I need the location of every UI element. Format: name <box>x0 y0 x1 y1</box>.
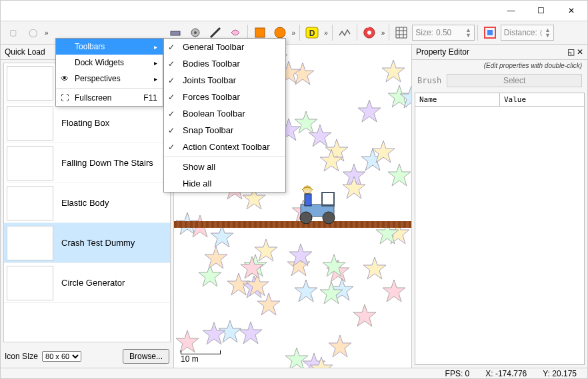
svg-rect-0 <box>171 31 180 35</box>
svg-rect-11 <box>322 192 334 206</box>
scene-item[interactable]: Circle Generator <box>4 263 170 303</box>
toolbar-overflow-3[interactable]: » <box>323 29 329 37</box>
toolbar-overflow-2[interactable]: » <box>291 29 297 37</box>
window-titlebar: — ☐ ✕ <box>1 1 587 21</box>
submenu-toolbar-item[interactable]: ✓Bodies Toolbar <box>164 55 285 72</box>
size-label: Size: <box>415 28 433 37</box>
svg-point-4 <box>275 27 285 38</box>
submenu-item[interactable]: Hide all <box>164 175 285 192</box>
size-field[interactable]: Size: ▲▼ <box>412 25 475 41</box>
svg-point-13 <box>323 212 335 224</box>
scene-thumbnail <box>7 186 53 220</box>
toolbar-overflow-1[interactable]: » <box>43 29 50 37</box>
check-icon: ✓ <box>168 93 175 102</box>
scene-item[interactable]: Falling Down The Stairs <box>4 143 170 183</box>
submenu-toolbar-item[interactable]: ✓Forces Toolbar <box>164 89 285 105</box>
property-col-value: Value <box>500 93 584 106</box>
quick-load-title: Quick Load <box>5 47 45 57</box>
distance-stepper-icon[interactable]: ▲▼ <box>545 27 551 38</box>
context-tool[interactable] <box>481 23 499 42</box>
tool-generic-2[interactable]: ◯ <box>23 23 42 42</box>
distance-field[interactable]: Distance: ( ▲▼ <box>501 25 554 41</box>
size-stepper-icon[interactable]: ▲▼ <box>465 27 471 38</box>
scene-thumbnail <box>7 106 53 141</box>
scene-label: Falling Down The Stairs <box>56 158 153 168</box>
scene-label: Crash Test Dummy <box>56 238 135 248</box>
check-icon: ✓ <box>168 109 175 119</box>
panel-float-icon[interactable]: ◱ <box>567 47 575 57</box>
icon-size-label: Icon SIze <box>5 352 38 361</box>
icon-size-select[interactable]: 80 x 60 <box>42 351 81 362</box>
svg-rect-9 <box>487 30 493 35</box>
grid-tool[interactable] <box>392 23 411 42</box>
scene-thumbnail <box>7 66 53 101</box>
menu-fullscreen[interactable]: ⛶ FullscreenF11 <box>56 90 163 106</box>
svg-text:D: D <box>309 29 315 38</box>
size-input[interactable] <box>436 28 463 37</box>
svg-rect-15 <box>305 194 311 206</box>
scene-item[interactable]: Elastic Body <box>4 183 170 223</box>
menu-dock-widgets[interactable]: Dock Widgets▸ <box>56 55 163 71</box>
property-editor-title: Property Editor <box>416 47 469 57</box>
tool-generic-1[interactable]: ▢ <box>3 23 22 42</box>
scene-item[interactable]: Crash Test Dummy <box>4 223 170 263</box>
snap-tool[interactable] <box>360 23 379 42</box>
browse-button[interactable]: Browse... <box>123 349 169 364</box>
crash-test-vehicle <box>281 185 347 224</box>
status-bar: FPS: 0 X: -174.776 Y: 20.175 <box>1 368 587 378</box>
svg-point-2 <box>194 31 197 34</box>
property-col-name: Name <box>415 93 500 106</box>
brush-select-button[interactable]: Select <box>447 74 582 87</box>
view-menu: Toolbars▸ Dock Widgets▸ 👁 Perspectives▸ … <box>55 38 163 107</box>
scene-thumbnail <box>7 146 53 181</box>
scene-label: Elastic Body <box>56 198 109 208</box>
fullscreen-icon: ⛶ <box>60 93 69 103</box>
scene-thumbnail <box>7 226 53 260</box>
close-button[interactable]: ✕ <box>556 1 586 20</box>
scene-label: Floating Box <box>56 118 109 128</box>
submenu-item[interactable]: Show all <box>164 159 285 175</box>
menu-toolbars[interactable]: Toolbars▸ <box>56 39 163 55</box>
property-hint: (Edit properties with double-click) <box>412 60 587 71</box>
submenu-toolbar-item[interactable]: ✓Snap Toolbar <box>164 122 285 139</box>
distance-label: Distance: <box>504 28 537 37</box>
check-icon: ✓ <box>168 43 175 52</box>
menu-perspectives[interactable]: 👁 Perspectives▸ <box>56 71 163 87</box>
toolbars-submenu: ✓General Toolbar✓Bodies Toolbar✓Joints T… <box>163 38 286 192</box>
svg-point-7 <box>367 31 371 35</box>
toolbar-overflow-4[interactable]: » <box>380 29 387 37</box>
check-icon: ✓ <box>168 126 175 135</box>
eye-icon: 👁 <box>60 74 69 83</box>
status-x: X: -174.776 <box>485 369 527 378</box>
check-icon: ✓ <box>168 143 175 152</box>
property-table[interactable]: Name Value <box>415 93 585 365</box>
submenu-toolbar-item[interactable]: ✓Joints Toolbar <box>164 72 285 89</box>
boolean-tool[interactable]: D <box>303 23 321 42</box>
submenu-toolbar-item[interactable]: ✓Action Context Toolbar <box>164 139 285 155</box>
status-y: Y: 20.175 <box>543 369 577 378</box>
scene-item[interactable]: Floating Box <box>4 103 170 143</box>
minimize-button[interactable]: — <box>496 1 526 20</box>
maximize-button[interactable]: ☐ <box>526 1 556 20</box>
submenu-toolbar-item[interactable]: ✓General Toolbar <box>164 39 285 55</box>
scene-label: Circle Generator <box>56 278 125 288</box>
quick-load-footer: Icon SIze 80 x 60 Browse... <box>1 345 173 368</box>
submenu-toolbar-item[interactable]: ✓Boolean Toolbar <box>164 105 285 122</box>
check-icon: ✓ <box>168 59 175 69</box>
check-icon: ✓ <box>168 76 175 85</box>
brush-label: Brush <box>417 76 441 85</box>
scale-indicator: 10 m <box>181 350 221 364</box>
property-editor-panel: Property Editor ◱ ✕ (Edit properties wit… <box>411 45 587 368</box>
panel-close-icon[interactable]: ✕ <box>577 47 583 57</box>
force-tool[interactable] <box>335 23 354 42</box>
scene-thumbnail <box>7 266 53 300</box>
status-fps: FPS: 0 <box>445 369 470 378</box>
svg-point-12 <box>300 212 312 224</box>
svg-rect-3 <box>255 28 265 37</box>
